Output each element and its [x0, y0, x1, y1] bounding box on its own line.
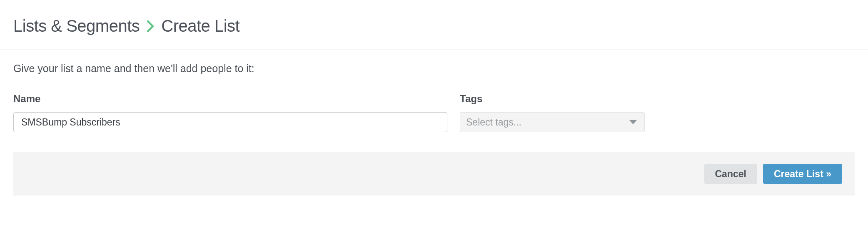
form-group-name: Name — [13, 93, 447, 132]
content-area: Give your list a name and then we'll add… — [0, 50, 868, 132]
create-list-button[interactable]: Create List » — [763, 164, 842, 184]
caret-down-icon — [629, 120, 637, 124]
svg-marker-0 — [629, 120, 637, 124]
tags-label: Tags — [460, 93, 645, 105]
cancel-button[interactable]: Cancel — [704, 164, 757, 184]
tags-placeholder: Select tags... — [466, 117, 521, 128]
name-input[interactable] — [13, 112, 447, 132]
page-header: Lists & Segments Create List — [0, 0, 868, 50]
instruction-text: Give your list a name and then we'll add… — [13, 63, 855, 75]
name-label: Name — [13, 93, 447, 105]
breadcrumb-current: Create List — [161, 17, 239, 35]
chevron-right-icon — [147, 20, 154, 32]
breadcrumb: Lists & Segments Create List — [13, 17, 855, 35]
breadcrumb-parent[interactable]: Lists & Segments — [13, 17, 140, 35]
action-bar: Cancel Create List » — [13, 152, 855, 196]
tags-select[interactable]: Select tags... — [460, 112, 645, 132]
form-group-tags: Tags Select tags... — [460, 93, 645, 132]
form-row: Name Tags Select tags... — [13, 93, 855, 132]
